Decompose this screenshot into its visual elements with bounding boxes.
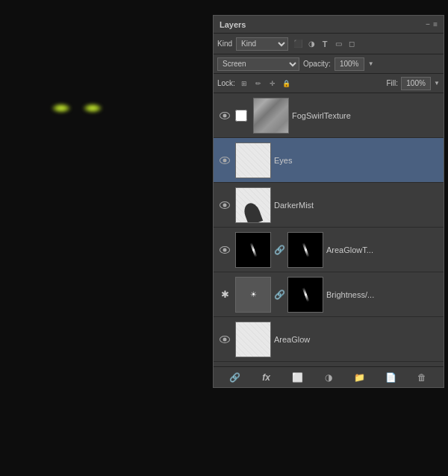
visibility-eye-icon-areaglow-t bbox=[220, 246, 230, 254]
blend-mode-select[interactable]: Screen Normal Multiply Overlay bbox=[217, 57, 299, 71]
layer-thumbnail-brightness: ☀ bbox=[235, 277, 271, 313]
panel-menu-button[interactable]: ≡ bbox=[433, 20, 438, 28]
lock-label: Lock: bbox=[217, 79, 235, 87]
layer-item-darkermist[interactable]: DarkerMist bbox=[214, 183, 444, 228]
fill-adjustment-button[interactable]: ◑ bbox=[321, 370, 336, 385]
smart-filter-icon[interactable]: ◻ bbox=[346, 38, 358, 50]
panel-controls: − ≡ bbox=[426, 20, 438, 28]
delete-layer-button[interactable]: 🗑 bbox=[414, 370, 429, 385]
layer-item-areaglow-t[interactable]: 🔗 AreaGlowT... bbox=[214, 228, 444, 272]
filter-row: Kind Kind Name Effect ⬛ ◑ T ▭ ◻ bbox=[214, 34, 444, 54]
glow-line-areaglow-t bbox=[249, 242, 257, 257]
layers-panel: Layers − ≡ Kind Kind Name Effect ⬛ ◑ T ▭… bbox=[213, 15, 444, 388]
layer-thumbnail-areaglow-t bbox=[235, 232, 271, 268]
layer-name-eyes: Eyes bbox=[274, 156, 440, 165]
mask-button[interactable]: ⬜ bbox=[290, 370, 305, 385]
layer-visibility-brightness[interactable]: ✱ bbox=[217, 287, 232, 302]
mask-thumbnail-brightness bbox=[287, 277, 323, 313]
layer-visibility-eyes[interactable] bbox=[217, 153, 232, 168]
thumb-eyes-img bbox=[236, 143, 270, 178]
group-button[interactable]: 📁 bbox=[352, 370, 367, 385]
mask-thumbnail-areaglow-t bbox=[287, 232, 323, 268]
layer-item-brightness[interactable]: ✱ ☀ 🔗 Brightness/... bbox=[214, 272, 444, 317]
shape-filter-icon[interactable]: ▭ bbox=[332, 38, 344, 50]
visibility-eye-icon-areaglow bbox=[220, 336, 230, 343]
eye-glow-right bbox=[82, 103, 103, 113]
layer-item-areaglow[interactable]: AreaGlow bbox=[214, 317, 444, 362]
layer-checkbox-fog[interactable] bbox=[235, 110, 247, 122]
lock-transparent-icon[interactable]: ⊞ bbox=[238, 78, 250, 90]
layer-visibility-fog[interactable] bbox=[217, 108, 232, 123]
visibility-eye-icon-darkermist bbox=[220, 201, 230, 209]
layer-name-fog: FogSwirlTexture bbox=[292, 111, 440, 120]
mask-glow-areaglow-t bbox=[302, 242, 309, 257]
blend-mode-row: Screen Normal Multiply Overlay Opacity: … bbox=[214, 54, 444, 74]
lock-icons: ⊞ ✏ ✛ 🔒 bbox=[238, 78, 293, 90]
fill-label: Fill: bbox=[387, 79, 399, 87]
opacity-label: Opacity: bbox=[303, 60, 331, 68]
layer-item-fog-swirl[interactable]: FogSwirlTexture bbox=[214, 93, 444, 138]
filter-icons: ⬛ ◑ T ▭ ◻ bbox=[292, 38, 358, 50]
filter-label: Kind bbox=[217, 40, 232, 48]
link-button[interactable]: 🔗 bbox=[228, 370, 243, 385]
layer-name-areaglow-t: AreaGlowT... bbox=[326, 245, 440, 254]
chain-icon-areaglow-t[interactable]: 🔗 bbox=[274, 245, 284, 255]
new-layer-button[interactable]: 📄 bbox=[383, 370, 398, 385]
layer-thumbnail-fog bbox=[253, 98, 289, 134]
adjustment-filter-icon[interactable]: ◑ bbox=[305, 38, 317, 50]
panel-bottom-toolbar: 🔗 fx ⬜ ◑ 📁 📄 🗑 bbox=[214, 366, 444, 387]
visibility-eye-icon-fog bbox=[220, 112, 230, 119]
layers-list[interactable]: FogSwirlTexture Eyes DarkerMist bbox=[214, 93, 444, 366]
layer-visibility-darkermist[interactable] bbox=[217, 198, 232, 213]
lock-row: Lock: ⊞ ✏ ✛ 🔒 Fill: ▼ bbox=[214, 74, 444, 93]
thumb-darkermist-img bbox=[236, 188, 270, 222]
layer-visibility-areaglow[interactable] bbox=[217, 332, 232, 347]
layer-thumbnail-eyes bbox=[235, 143, 271, 178]
panel-header: Layers − ≡ bbox=[214, 16, 444, 34]
layer-item-eyes[interactable]: Eyes bbox=[214, 138, 444, 183]
fill-dropdown-arrow[interactable]: ▼ bbox=[434, 80, 440, 87]
collapse-button[interactable]: − bbox=[426, 20, 430, 28]
filter-kind-select[interactable]: Kind Name Effect bbox=[236, 37, 288, 51]
thumb-areaglow-img bbox=[236, 322, 270, 357]
layer-name-darkermist: DarkerMist bbox=[274, 201, 440, 210]
fx-button[interactable]: fx bbox=[259, 370, 274, 385]
pixel-filter-icon[interactable]: ⬛ bbox=[292, 38, 304, 50]
panel-title: Layers bbox=[220, 20, 246, 29]
layer-name-areaglow: AreaGlow bbox=[274, 335, 440, 344]
chain-icon-brightness[interactable]: 🔗 bbox=[274, 289, 284, 300]
lock-move-icon[interactable]: ✛ bbox=[267, 78, 279, 90]
visibility-eye-icon-eyes bbox=[220, 157, 230, 164]
lock-paint-icon[interactable]: ✏ bbox=[252, 78, 264, 90]
opacity-input[interactable] bbox=[335, 57, 364, 71]
thumb-fog-img bbox=[254, 98, 288, 133]
layer-thumbnail-areaglow bbox=[235, 322, 271, 357]
type-filter-icon[interactable]: T bbox=[319, 38, 331, 50]
layer-thumbnail-darkermist bbox=[235, 187, 271, 223]
opacity-dropdown-arrow[interactable]: ▼ bbox=[368, 60, 374, 67]
fill-input[interactable] bbox=[401, 77, 431, 90]
sun-adjustment-icon-brightness: ✱ bbox=[221, 289, 229, 300]
mask-glow-brightness bbox=[302, 287, 309, 302]
lock-all-icon[interactable]: 🔒 bbox=[281, 78, 293, 90]
eye-glow-left bbox=[51, 103, 72, 113]
layer-name-brightness: Brightness/... bbox=[326, 290, 440, 299]
layer-visibility-areaglow-t[interactable] bbox=[217, 242, 232, 257]
thumb-areaglow-t-img bbox=[236, 233, 270, 267]
